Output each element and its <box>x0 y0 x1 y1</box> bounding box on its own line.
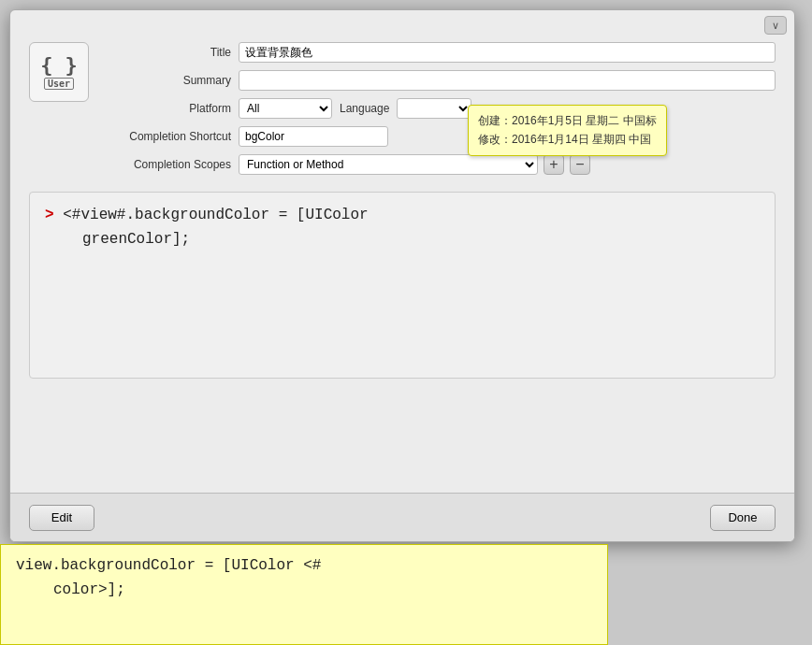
edit-button[interactable]: Edit <box>29 505 94 531</box>
code-line-2: greenColor]; <box>45 228 760 252</box>
chevron-button[interactable]: ∨ <box>764 16 787 35</box>
shortcut-label: Completion Shortcut <box>108 130 239 143</box>
code-text-1: <#view#.backgroundColor = [UIColor <box>63 207 368 223</box>
preview-line-2: color>]; <box>16 579 592 603</box>
user-label: User <box>44 78 74 90</box>
tooltip-modified: 修改：2016年1月14日 星期四 中国 <box>478 130 657 149</box>
scopes-row: Completion Scopes Function or Method + − <box>108 154 776 175</box>
modified-value: 2016年1月14日 星期四 中国 <box>512 133 651 146</box>
tooltip: 创建：2016年1月5日 星期二 中国标 修改：2016年1月14日 星期四 中… <box>468 105 667 156</box>
snippet-icon: { } User <box>29 42 89 102</box>
language-select[interactable] <box>397 98 471 119</box>
summary-input[interactable] <box>239 70 776 91</box>
preview-text-1: view.backgroundColor = [UIColor <# <box>16 557 321 574</box>
preview-text-2: color>]; <box>53 581 125 598</box>
summary-label: Summary <box>108 74 239 87</box>
scope-add-button[interactable]: + <box>544 154 564 175</box>
platform-row: Platform All Language <box>108 98 776 119</box>
created-value: 2016年1月5日 星期二 中国标 <box>512 114 657 127</box>
modified-label: 修改： <box>478 133 512 146</box>
title-input[interactable] <box>239 42 776 63</box>
cursor-icon: > <box>45 207 54 223</box>
shortcut-row: Completion Shortcut <box>108 126 776 147</box>
language-label: Language <box>340 102 389 115</box>
form-fields: Title Summary Platform All Language <box>108 42 776 182</box>
code-line-1: > <#view#.backgroundColor = [UIColor <box>45 204 760 228</box>
scopes-label: Completion Scopes <box>108 158 239 171</box>
platform-label: Platform <box>108 102 239 115</box>
summary-row: Summary <box>108 70 776 91</box>
scope-remove-button[interactable]: − <box>570 154 590 175</box>
tooltip-created: 创建：2016年1月5日 星期二 中国标 <box>478 111 657 130</box>
title-label: Title <box>108 46 239 59</box>
scopes-select[interactable]: Function or Method <box>239 154 538 175</box>
shortcut-input[interactable] <box>239 126 388 147</box>
code-text-2: greenColor]; <box>82 231 190 248</box>
platform-select[interactable]: All <box>239 98 332 119</box>
title-row: Title <box>108 42 776 63</box>
dialog-content-area: { } User Title Summary Platform <box>10 35 794 388</box>
bottom-code-preview: view.backgroundColor = [UIColor <# color… <box>0 544 608 645</box>
created-label: 创建： <box>478 114 512 127</box>
dialog-footer: Edit Done <box>10 493 794 541</box>
scopes-controls: Function or Method + − <box>239 154 590 175</box>
code-editor[interactable]: > <#view#.backgroundColor = [UIColor gre… <box>29 192 776 379</box>
braces-icon: { } <box>40 55 78 76</box>
done-button[interactable]: Done <box>710 505 776 531</box>
preview-line-1: view.backgroundColor = [UIColor <# <box>16 554 592 579</box>
dialog-header: ∨ <box>10 10 794 35</box>
platform-language-row: All Language <box>239 98 471 119</box>
snippet-editor-dialog: ∨ { } User Title Summary <box>9 9 795 542</box>
